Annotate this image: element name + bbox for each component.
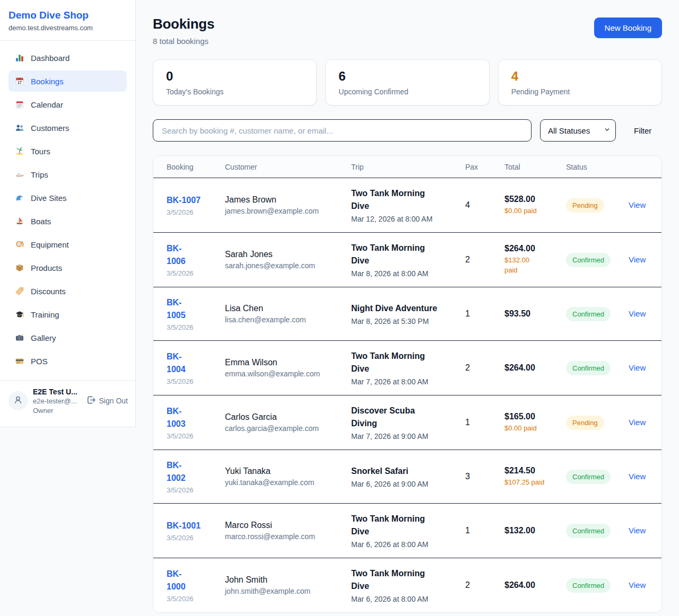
view-link[interactable]: View: [629, 526, 646, 535]
sidebar-item-training[interactable]: Training: [8, 304, 127, 325]
table-header-row: BookingCustomerTripPaxTotalStatus: [153, 156, 661, 178]
sign-out-button[interactable]: Sign Out: [86, 395, 128, 407]
customer-email: james.brown@example.com: [225, 207, 351, 215]
booking-id-link[interactable]: BK- 1006: [167, 242, 186, 268]
sidebar-item-dashboard[interactable]: Dashboard: [8, 47, 127, 68]
booking-date: 3/5/2026: [167, 377, 225, 385]
total-amount: $528.00: [504, 195, 566, 204]
sidebar-item-label: Products: [31, 263, 62, 272]
training-icon: [15, 310, 24, 319]
customer-email: carlos.garcia@example.com: [225, 424, 351, 433]
view-link[interactable]: View: [629, 309, 646, 318]
trip-datetime: Mar 8, 2026 at 8:00 AM: [351, 269, 465, 278]
stats-cards: 0 Today's Bookings 6 Upcoming Confirmed …: [153, 59, 662, 105]
sidebar-item-calendar[interactable]: Calendar: [8, 94, 127, 115]
view-link[interactable]: View: [629, 255, 646, 264]
sidebar-item-customers[interactable]: Customers: [8, 117, 127, 138]
boats-icon: [15, 216, 24, 226]
stat-card: 0 Today's Bookings: [153, 59, 317, 105]
user-email: e2e-tester@...: [33, 397, 77, 406]
brand-domain: demo.test.divestreams.com: [8, 24, 127, 32]
sidebar-item-label: Gallery: [31, 333, 56, 342]
customer-name: Emma Wilson: [225, 358, 351, 367]
products-icon: [15, 263, 24, 272]
customer-email: john.smith@example.com: [225, 587, 351, 595]
booking-id-link[interactable]: BK- 1004: [167, 350, 186, 376]
booking-id-link[interactable]: BK- 1002: [167, 459, 186, 485]
view-link[interactable]: View: [629, 472, 646, 481]
column-header: Pax: [465, 163, 504, 171]
customer-name: Sarah Jones: [225, 250, 351, 259]
svg-text:17: 17: [18, 81, 22, 84]
bookings-table: BookingCustomerTripPaxTotalStatus BK-100…: [153, 155, 662, 613]
sidebar-item-products[interactable]: Products: [8, 257, 127, 278]
sidebar-item-bookings[interactable]: 17 Bookings: [8, 71, 127, 92]
status-select[interactable]: All Statuses: [540, 119, 616, 142]
stat-value: 0: [166, 69, 303, 84]
booking-id-link[interactable]: BK-1007: [167, 194, 201, 207]
booking-date: 3/5/2026: [167, 486, 225, 494]
new-booking-button[interactable]: New Booking: [594, 17, 662, 38]
calendar-icon: [15, 100, 24, 109]
dashboard-icon: [15, 53, 24, 63]
trip-datetime: Mar 6, 2026 at 8:00 AM: [351, 595, 465, 603]
trip-name: Discover Scuba Diving: [351, 404, 465, 430]
sidebar-item-pos[interactable]: POS: [8, 350, 127, 372]
status-badge: Confirmed: [566, 470, 611, 484]
customer-name: John Smith: [225, 575, 351, 585]
sidebar-item-tours[interactable]: Tours: [8, 140, 127, 162]
table-row: BK- 1005 3/5/2026 Lisa Chen lisa.chen@ex…: [153, 287, 661, 340]
trip-datetime: Mar 8, 2026 at 5:30 PM: [351, 317, 465, 325]
column-header: Total: [504, 163, 566, 171]
booking-id-link[interactable]: BK- 1000: [167, 568, 186, 593]
customer-email: marco.rossi@example.com: [225, 532, 351, 541]
sidebar-item-label: Bookings: [31, 77, 64, 86]
sidebar-item-equipment[interactable]: Equipment: [8, 234, 127, 255]
brand-name[interactable]: Demo Dive Shop: [8, 10, 127, 21]
paid-amount: $132.00 paid: [504, 256, 566, 276]
stat-card: 6 Upcoming Confirmed: [325, 59, 489, 105]
booking-id-link[interactable]: BK- 1003: [167, 405, 186, 430]
sidebar: Demo Dive Shop demo.test.divestreams.com…: [0, 0, 136, 427]
trip-name: Two Tank Morning Dive: [351, 567, 465, 593]
column-header: Trip: [351, 163, 465, 171]
sidebar-item-label: Customers: [31, 124, 69, 133]
gallery-icon: [15, 333, 24, 342]
trips-icon: [15, 170, 24, 179]
view-link[interactable]: View: [629, 200, 646, 209]
sidebar-item-dive-sites[interactable]: Dive Sites: [8, 187, 127, 208]
status-badge: Confirmed: [566, 307, 611, 321]
column-header: Booking: [167, 163, 225, 171]
person-icon: [13, 394, 23, 407]
booking-date: 3/5/2026: [167, 269, 225, 277]
user-name: E2E Test U...: [33, 387, 77, 397]
customer-email: yuki.tanaka@example.com: [225, 478, 351, 487]
pax-count: 2: [465, 580, 504, 590]
trip-datetime: Mar 6, 2026 at 8:00 AM: [351, 540, 465, 549]
trip-name: Night Dive Adventure: [351, 302, 465, 315]
sidebar-item-gallery[interactable]: Gallery: [8, 327, 127, 348]
sidebar-item-label: Equipment: [31, 240, 69, 249]
tours-icon: [15, 146, 24, 156]
search-input[interactable]: [153, 119, 532, 142]
stat-value: 4: [511, 69, 649, 84]
view-link[interactable]: View: [629, 580, 646, 589]
paid-amount: $0.00 paid: [504, 206, 566, 216]
sidebar-item-boats[interactable]: Boats: [8, 210, 127, 232]
view-link[interactable]: View: [629, 363, 646, 372]
equipment-icon: [15, 240, 24, 249]
sidebar-item-label: Dashboard: [31, 54, 69, 63]
bookings-icon: 17: [15, 76, 24, 86]
booking-id-link[interactable]: BK- 1005: [167, 296, 186, 322]
sidebar-item-discounts[interactable]: Discounts: [8, 280, 127, 302]
sidebar-item-label: Tours: [31, 147, 50, 156]
total-amount: $132.00: [504, 526, 566, 535]
booking-id-link[interactable]: BK-1001: [167, 520, 201, 532]
sidebar-item-trips[interactable]: Trips: [8, 164, 127, 185]
trip-name: Two Tank Morning Dive: [351, 242, 465, 267]
table-row: BK- 1003 3/5/2026 Carlos Garcia carlos.g…: [153, 395, 661, 450]
view-link[interactable]: View: [629, 418, 646, 427]
filter-button[interactable]: Filter: [634, 126, 651, 135]
status-badge: Confirmed: [566, 253, 611, 267]
avatar: [8, 391, 28, 410]
